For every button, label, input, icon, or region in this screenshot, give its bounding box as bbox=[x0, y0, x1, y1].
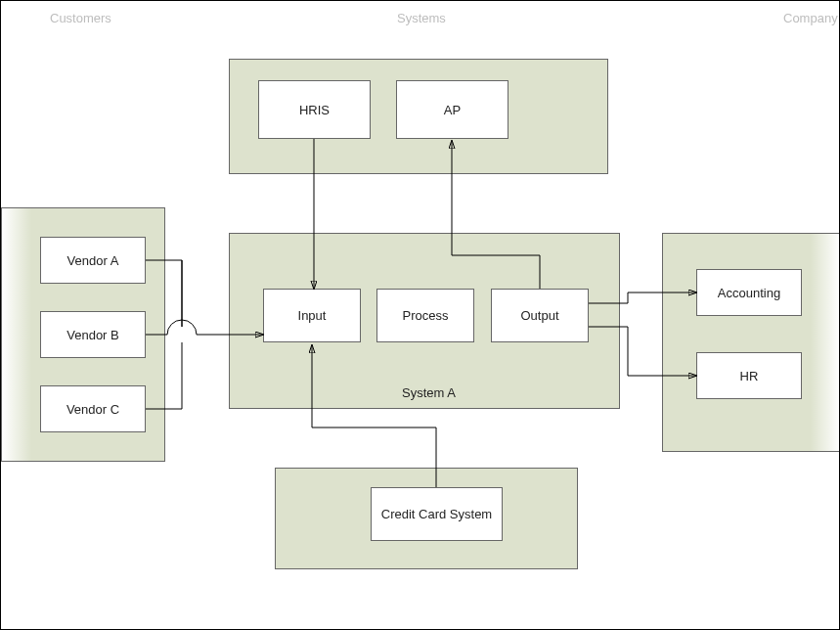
node-vendor-a: Vendor A bbox=[40, 237, 146, 284]
node-hr: HR bbox=[696, 352, 802, 399]
node-vendor-b: Vendor B bbox=[40, 311, 146, 358]
header-company: Company bbox=[783, 11, 838, 25]
node-accounting: Accounting bbox=[696, 269, 802, 316]
node-hris: HRIS bbox=[258, 80, 371, 139]
node-output: Output bbox=[491, 289, 589, 342]
node-process: Process bbox=[376, 289, 474, 342]
node-input: Input bbox=[263, 289, 361, 342]
header-customers: Customers bbox=[50, 11, 111, 25]
node-credit-card: Credit Card System bbox=[371, 487, 503, 541]
node-vendor-c: Vendor C bbox=[40, 385, 146, 432]
header-systems: Systems bbox=[397, 11, 446, 25]
group-company bbox=[662, 233, 840, 452]
label-system-a: System A bbox=[402, 385, 456, 400]
node-ap: AP bbox=[396, 80, 508, 139]
